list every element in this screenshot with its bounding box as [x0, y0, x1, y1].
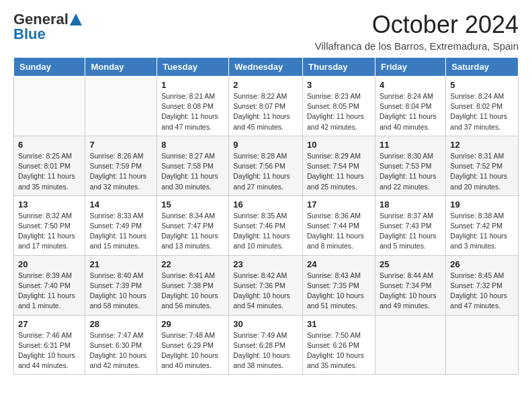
day-number: 10: [307, 140, 371, 150]
calendar-cell: 23Sunrise: 8:42 AM Sunset: 7:36 PM Dayli…: [229, 255, 303, 315]
day-info: Sunrise: 8:24 AM Sunset: 8:04 PM Dayligh…: [380, 91, 441, 132]
day-info: Sunrise: 8:32 AM Sunset: 7:50 PM Dayligh…: [18, 211, 81, 252]
calendar-header-row: SundayMondayTuesdayWednesdayThursdayFrid…: [14, 58, 519, 77]
day-info: Sunrise: 8:27 AM Sunset: 7:58 PM Dayligh…: [161, 151, 224, 192]
day-number: 3: [307, 80, 371, 90]
logo: General Blue: [13, 11, 82, 43]
day-number: 12: [450, 140, 514, 150]
calendar-cell: 18Sunrise: 8:37 AM Sunset: 7:43 PM Dayli…: [375, 195, 445, 255]
calendar-cell: 29Sunrise: 7:48 AM Sunset: 6:29 PM Dayli…: [157, 315, 229, 375]
day-info: Sunrise: 8:21 AM Sunset: 8:08 PM Dayligh…: [161, 91, 224, 132]
location-subtitle: Villafranca de los Barros, Extremadura, …: [315, 40, 519, 52]
day-info: Sunrise: 8:22 AM Sunset: 8:07 PM Dayligh…: [233, 91, 298, 132]
calendar-cell: 13Sunrise: 8:32 AM Sunset: 7:50 PM Dayli…: [14, 195, 85, 255]
calendar-cell: [14, 77, 85, 136]
day-number: 22: [161, 259, 224, 269]
calendar-cell: 22Sunrise: 8:41 AM Sunset: 7:38 PM Dayli…: [157, 255, 229, 315]
day-info: Sunrise: 8:35 AM Sunset: 7:46 PM Dayligh…: [233, 211, 298, 252]
calendar-cell: 16Sunrise: 8:35 AM Sunset: 7:46 PM Dayli…: [229, 195, 303, 255]
day-info: Sunrise: 8:34 AM Sunset: 7:47 PM Dayligh…: [161, 211, 224, 252]
day-info: Sunrise: 8:38 AM Sunset: 7:42 PM Dayligh…: [450, 211, 514, 252]
day-info: Sunrise: 8:25 AM Sunset: 8:01 PM Dayligh…: [18, 151, 81, 192]
calendar-cell: 17Sunrise: 8:36 AM Sunset: 7:44 PM Dayli…: [303, 195, 375, 255]
day-number: 19: [450, 199, 514, 210]
calendar-cell: 10Sunrise: 8:29 AM Sunset: 7:54 PM Dayli…: [303, 136, 375, 195]
calendar-header-cell: Wednesday: [229, 58, 303, 77]
calendar-cell: 24Sunrise: 8:43 AM Sunset: 7:35 PM Dayli…: [303, 255, 375, 315]
calendar-cell: 19Sunrise: 8:38 AM Sunset: 7:42 PM Dayli…: [446, 195, 519, 255]
day-info: Sunrise: 8:26 AM Sunset: 7:59 PM Dayligh…: [89, 151, 152, 192]
calendar-week-row: 1Sunrise: 8:21 AM Sunset: 8:08 PM Daylig…: [14, 77, 519, 136]
day-info: Sunrise: 8:31 AM Sunset: 7:52 PM Dayligh…: [450, 151, 514, 192]
calendar-week-row: 13Sunrise: 8:32 AM Sunset: 7:50 PM Dayli…: [14, 195, 519, 255]
day-number: 14: [89, 199, 152, 210]
calendar-cell: 12Sunrise: 8:31 AM Sunset: 7:52 PM Dayli…: [446, 136, 519, 195]
day-info: Sunrise: 8:36 AM Sunset: 7:44 PM Dayligh…: [307, 211, 371, 252]
calendar-cell: [85, 77, 157, 136]
calendar-week-row: 20Sunrise: 8:39 AM Sunset: 7:40 PM Dayli…: [14, 255, 519, 315]
day-number: 29: [161, 319, 224, 329]
day-info: Sunrise: 8:42 AM Sunset: 7:36 PM Dayligh…: [233, 271, 298, 312]
day-info: Sunrise: 8:45 AM Sunset: 7:32 PM Dayligh…: [450, 271, 514, 312]
day-info: Sunrise: 8:30 AM Sunset: 7:53 PM Dayligh…: [380, 151, 441, 192]
day-info: Sunrise: 8:28 AM Sunset: 7:56 PM Dayligh…: [233, 151, 298, 192]
day-info: Sunrise: 7:46 AM Sunset: 6:31 PM Dayligh…: [18, 330, 81, 371]
day-number: 16: [233, 199, 298, 210]
day-number: 24: [307, 259, 371, 269]
day-info: Sunrise: 8:29 AM Sunset: 7:54 PM Dayligh…: [307, 151, 371, 192]
calendar-cell: 27Sunrise: 7:46 AM Sunset: 6:31 PM Dayli…: [14, 315, 85, 375]
calendar-header-cell: Friday: [375, 58, 445, 77]
calendar-cell: [446, 315, 519, 375]
day-number: 1: [161, 80, 224, 90]
calendar-cell: 28Sunrise: 7:47 AM Sunset: 6:30 PM Dayli…: [85, 315, 157, 375]
day-number: 11: [380, 140, 441, 150]
calendar-header: SundayMondayTuesdayWednesdayThursdayFrid…: [14, 58, 519, 77]
calendar-cell: 5Sunrise: 8:24 AM Sunset: 8:02 PM Daylig…: [446, 77, 519, 136]
day-info: Sunrise: 8:44 AM Sunset: 7:34 PM Dayligh…: [380, 271, 441, 312]
day-number: 15: [161, 199, 224, 210]
day-info: Sunrise: 8:24 AM Sunset: 8:02 PM Dayligh…: [450, 91, 514, 132]
day-info: Sunrise: 8:39 AM Sunset: 7:40 PM Dayligh…: [18, 271, 81, 312]
day-number: 7: [89, 140, 152, 150]
calendar-week-row: 6Sunrise: 8:25 AM Sunset: 8:01 PM Daylig…: [14, 136, 519, 195]
day-info: Sunrise: 7:48 AM Sunset: 6:29 PM Dayligh…: [161, 330, 224, 371]
day-info: Sunrise: 8:33 AM Sunset: 7:49 PM Dayligh…: [89, 211, 152, 252]
page-header: General Blue October 2024 Villafranca de…: [13, 11, 519, 52]
day-number: 25: [380, 259, 441, 269]
day-number: 6: [18, 140, 81, 150]
calendar-header-cell: Saturday: [446, 58, 519, 77]
calendar-cell: 30Sunrise: 7:49 AM Sunset: 6:28 PM Dayli…: [229, 315, 303, 375]
day-number: 28: [89, 319, 152, 329]
day-info: Sunrise: 7:49 AM Sunset: 6:28 PM Dayligh…: [233, 330, 298, 371]
calendar-cell: 14Sunrise: 8:33 AM Sunset: 7:49 PM Dayli…: [85, 195, 157, 255]
calendar-cell: 2Sunrise: 8:22 AM Sunset: 8:07 PM Daylig…: [229, 77, 303, 136]
calendar-cell: [375, 315, 445, 375]
calendar-body: 1Sunrise: 8:21 AM Sunset: 8:08 PM Daylig…: [14, 77, 519, 375]
calendar-cell: 4Sunrise: 8:24 AM Sunset: 8:04 PM Daylig…: [375, 77, 445, 136]
calendar-header-cell: Monday: [85, 58, 157, 77]
day-number: 26: [450, 259, 514, 269]
day-number: 13: [18, 199, 81, 210]
day-number: 31: [307, 319, 371, 329]
day-number: 20: [18, 259, 81, 269]
day-number: 17: [307, 199, 371, 210]
logo-triangle-icon: [70, 13, 82, 26]
calendar-cell: 7Sunrise: 8:26 AM Sunset: 7:59 PM Daylig…: [85, 136, 157, 195]
day-info: Sunrise: 8:43 AM Sunset: 7:35 PM Dayligh…: [307, 271, 371, 312]
calendar-header-cell: Sunday: [14, 58, 85, 77]
day-info: Sunrise: 7:47 AM Sunset: 6:30 PM Dayligh…: [89, 330, 152, 371]
day-info: Sunrise: 7:50 AM Sunset: 6:26 PM Dayligh…: [307, 330, 371, 371]
day-number: 4: [380, 80, 441, 90]
calendar-cell: 6Sunrise: 8:25 AM Sunset: 8:01 PM Daylig…: [14, 136, 85, 195]
calendar-week-row: 27Sunrise: 7:46 AM Sunset: 6:31 PM Dayli…: [14, 315, 519, 375]
calendar-cell: 26Sunrise: 8:45 AM Sunset: 7:32 PM Dayli…: [446, 255, 519, 315]
calendar-cell: 15Sunrise: 8:34 AM Sunset: 7:47 PM Dayli…: [157, 195, 229, 255]
day-info: Sunrise: 8:41 AM Sunset: 7:38 PM Dayligh…: [161, 271, 224, 312]
calendar-cell: 9Sunrise: 8:28 AM Sunset: 7:56 PM Daylig…: [229, 136, 303, 195]
calendar-cell: 8Sunrise: 8:27 AM Sunset: 7:58 PM Daylig…: [157, 136, 229, 195]
calendar-header-cell: Tuesday: [157, 58, 229, 77]
month-title: October 2024: [315, 11, 519, 39]
title-block: October 2024 Villafranca de los Barros, …: [315, 11, 519, 52]
calendar-cell: 25Sunrise: 8:44 AM Sunset: 7:34 PM Dayli…: [375, 255, 445, 315]
calendar-cell: 11Sunrise: 8:30 AM Sunset: 7:53 PM Dayli…: [375, 136, 445, 195]
